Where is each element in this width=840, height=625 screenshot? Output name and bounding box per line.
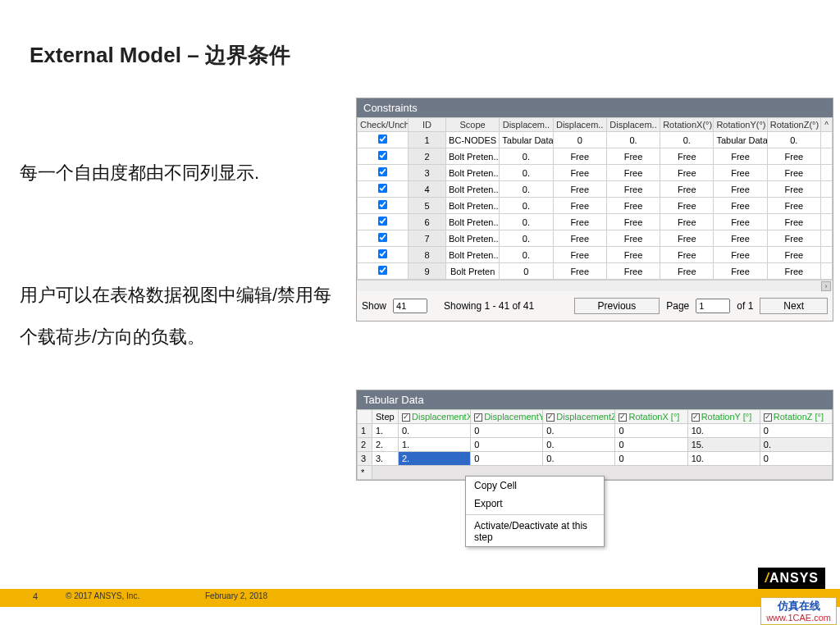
col-check[interactable]: Check/Uncheck	[358, 118, 409, 132]
cell-roty[interactable]: 10.	[687, 452, 760, 466]
cell-scope[interactable]: Bolt Preten..	[446, 148, 500, 165]
cell-scope[interactable]: Bolt Preten..	[446, 214, 500, 230]
cell-scope[interactable]: Bolt Preten..	[446, 181, 500, 198]
col-rotz[interactable]: RotationZ(°)	[767, 118, 820, 132]
cell-scope[interactable]: Bolt Preten..	[446, 247, 500, 263]
cell-scope[interactable]: Bolt Preten	[446, 263, 500, 280]
row-checkbox[interactable]	[358, 230, 409, 247]
cell-rotx[interactable]: 0	[615, 452, 687, 466]
row-checkbox[interactable]	[358, 181, 409, 198]
cell-dispy[interactable]: Free	[553, 148, 606, 165]
cell-scope[interactable]: Bolt Preten..	[446, 165, 500, 181]
cell-rotz[interactable]: Free	[767, 198, 820, 214]
constraints-row[interactable]: 7Bolt Preten..0.FreeFreeFreeFreeFree	[358, 230, 833, 247]
cell-dispx[interactable]: 2.	[399, 452, 471, 466]
menu-copy-cell[interactable]: Copy Cell	[466, 477, 604, 495]
col-roty[interactable]: RotationY(°)	[714, 118, 767, 132]
row-checkbox[interactable]	[358, 214, 409, 230]
cell-rotx[interactable]: Free	[660, 198, 714, 214]
cell-rotx[interactable]: Free	[660, 181, 714, 198]
col-scope[interactable]: Scope	[446, 118, 500, 132]
cell-rotx[interactable]: 0	[615, 424, 687, 438]
constraints-row[interactable]: 5Bolt Preten..0.FreeFreeFreeFreeFree	[358, 198, 833, 214]
checkbox-icon[interactable]	[764, 413, 772, 422]
cell-rotx[interactable]: Free	[660, 165, 714, 181]
cell-dispx[interactable]: 0.	[500, 198, 553, 214]
scroll-up-icon[interactable]: ^	[821, 118, 833, 132]
col-dispy[interactable]: Displacem..	[553, 118, 606, 132]
cell-rotz[interactable]: 0.	[760, 438, 832, 452]
checkbox-icon[interactable]	[474, 413, 482, 422]
cell-roty[interactable]: Free	[714, 263, 767, 280]
cell-dispz[interactable]: 0.	[543, 424, 615, 438]
checkbox-icon[interactable]	[546, 413, 555, 422]
col-rotx[interactable]: RotationX(°)	[660, 118, 714, 132]
col-dispz[interactable]: DisplacementZ [m]	[543, 410, 615, 424]
col-dispy[interactable]: DisplacementY [m]	[471, 410, 543, 424]
tabular-row[interactable]: 33.2.00.010.0	[358, 452, 833, 466]
cell-rotz[interactable]: Free	[767, 263, 820, 280]
cell-roty[interactable]: 10.	[687, 424, 760, 438]
cell-dispz[interactable]: Free	[606, 165, 660, 181]
cell-dispz[interactable]: 0.	[606, 132, 660, 148]
row-checkbox[interactable]	[358, 263, 409, 280]
cell-roty[interactable]: Free	[714, 198, 767, 214]
page-input[interactable]	[696, 299, 730, 313]
cell-roty[interactable]: Free	[714, 214, 767, 230]
cell-roty[interactable]: 15.	[687, 438, 760, 452]
cell-rotz[interactable]: Free	[767, 148, 820, 165]
cell-dispx[interactable]: 0.	[500, 148, 553, 165]
cell-dispx[interactable]: 0.	[500, 214, 553, 230]
cell-dispz[interactable]: Free	[606, 181, 660, 198]
cell-rotz[interactable]: Free	[767, 247, 820, 263]
cell-dispy[interactable]: 0	[471, 424, 543, 438]
cell-dispy[interactable]: 0	[553, 132, 606, 148]
cell-dispz[interactable]: 0.	[543, 452, 615, 466]
cell-roty[interactable]: Free	[714, 181, 767, 198]
cell-dispy[interactable]: 0	[471, 438, 543, 452]
menu-export[interactable]: Export	[466, 495, 604, 513]
row-checkbox[interactable]	[358, 148, 409, 165]
cell-rotz[interactable]: Free	[767, 230, 820, 247]
cell-rotx[interactable]: Free	[660, 230, 714, 247]
cell-rotz[interactable]: Free	[767, 214, 820, 230]
cell-step[interactable]: 2.	[372, 438, 399, 452]
cell-dispz[interactable]: Free	[606, 247, 660, 263]
constraints-row[interactable]: 6Bolt Preten..0.FreeFreeFreeFreeFree	[358, 214, 833, 230]
cell-dispz[interactable]: Free	[606, 263, 660, 280]
row-checkbox[interactable]	[358, 132, 409, 148]
cell-scope[interactable]: BC-NODES	[446, 132, 500, 148]
checkbox-icon[interactable]	[402, 413, 410, 422]
previous-button[interactable]: Previous	[574, 298, 660, 314]
cell-dispy[interactable]: Free	[553, 263, 606, 280]
cell-rotx[interactable]: Free	[660, 148, 714, 165]
cell-scope[interactable]: Bolt Preten..	[446, 230, 500, 247]
cell-roty[interactable]: Free	[714, 165, 767, 181]
col-id[interactable]: ID	[409, 118, 446, 132]
cell-rotx[interactable]: Free	[660, 247, 714, 263]
cell-rotz[interactable]: 0	[760, 452, 832, 466]
row-checkbox[interactable]	[358, 247, 409, 263]
cell-dispx[interactable]: 0	[500, 263, 553, 280]
cell-roty[interactable]: Free	[714, 247, 767, 263]
cell-rotx[interactable]: 0	[615, 438, 687, 452]
cell-scope[interactable]: Bolt Preten..	[446, 198, 500, 214]
cell-dispx[interactable]: 0.	[500, 181, 553, 198]
col-rotz[interactable]: RotationZ [°]	[760, 410, 832, 424]
cell-rotx[interactable]: 0.	[660, 132, 714, 148]
row-checkbox[interactable]	[358, 198, 409, 214]
cell-roty[interactable]: Tabular Data	[714, 132, 767, 148]
constraints-row[interactable]: 8Bolt Preten..0.FreeFreeFreeFreeFree	[358, 247, 833, 263]
constraints-row[interactable]: 4Bolt Preten..0.FreeFreeFreeFreeFree	[358, 181, 833, 198]
constraints-hscroll[interactable]: ›	[357, 280, 833, 291]
cell-roty[interactable]: Free	[714, 230, 767, 247]
cell-step[interactable]: 1.	[372, 424, 399, 438]
cell-dispy[interactable]: Free	[553, 214, 606, 230]
cell-dispx[interactable]: 1.	[399, 438, 471, 452]
cell-dispy[interactable]: Free	[553, 181, 606, 198]
cell-roty[interactable]: Free	[714, 148, 767, 165]
col-dispx[interactable]: Displacem..	[500, 118, 553, 132]
cell-rotz[interactable]: 0.	[767, 132, 820, 148]
cell-dispz[interactable]: Free	[606, 214, 660, 230]
cell-dispy[interactable]: Free	[553, 198, 606, 214]
